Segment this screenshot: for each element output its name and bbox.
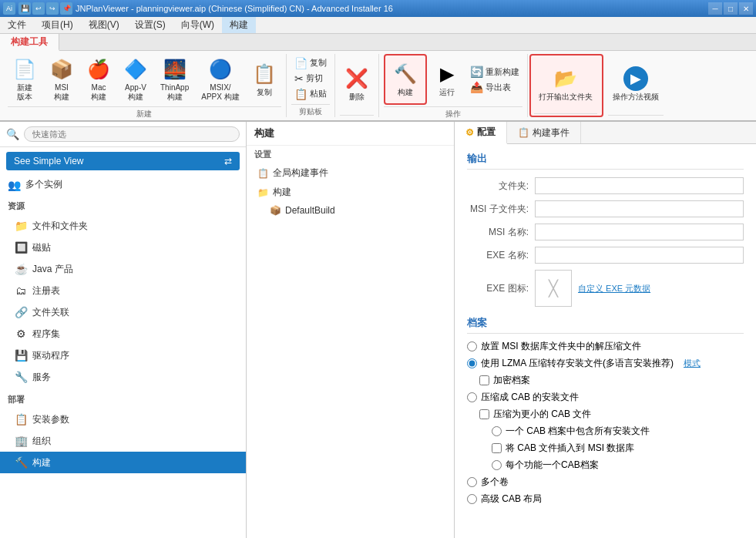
tree-item-default-build[interactable]: 📦 DefaultBuild [247,202,454,219]
folder-input[interactable] [535,177,744,194]
archive-check-4[interactable] [479,409,489,419]
archive-option-3[interactable]: 压缩成 CAB 的安装文件 [467,391,744,404]
archive-radio-9[interactable] [467,494,477,504]
archive-radio-0[interactable] [467,341,477,351]
maximize-button[interactable]: □ [724,2,738,15]
sidebar-item-assembly[interactable]: ⚙ 程序集 [0,323,246,345]
close-button[interactable]: ✕ [739,2,753,15]
menu-build[interactable]: 构建 [222,17,256,33]
menu-project[interactable]: 项目(H) [34,17,81,33]
archive-radio-3[interactable] [467,392,477,402]
ribbon-delete-content: ❌ 删除 [340,54,374,113]
undo-icon[interactable]: ↩ [32,2,45,15]
params-icon: 📋 [14,412,28,426]
minimize-button[interactable]: ─ [708,2,722,15]
delete-button[interactable]: ❌ 删除 [340,63,374,105]
exe-name-input[interactable] [535,247,744,264]
copy-button[interactable]: 📄 复制 [291,55,330,71]
mac-build-button[interactable]: 🍎 Mac构建 [82,54,116,105]
archive-option-8[interactable]: 多个卷 [467,476,744,489]
sidebar-item-java[interactable]: ☕ Java 产品 [0,258,246,280]
new-version-button[interactable]: 📄 新建版本 [8,54,42,105]
tree-item-build-folder[interactable]: 📁 构建 [247,183,454,202]
redo-icon[interactable]: ↪ [46,2,59,15]
group-video-label [608,115,664,117]
save-icon[interactable]: 💾 [18,2,31,15]
appv-build-button[interactable]: 🔷 App-V构建 [119,54,153,105]
config-tab-config[interactable]: ⚙ 配置 [455,122,507,144]
msix-button[interactable]: 🔵 MSIX/APPX 构建 [197,54,244,105]
msi-subfolder-row: MSI 子文件夹: [467,200,744,217]
ribbon-tab-build-tools[interactable]: 构建工具 [0,34,59,51]
menu-bar: 文件 项目(H) 视图(V) 设置(S) 向导(W) 构建 [0,17,756,34]
sidebar-item-driver[interactable]: 💾 驱动程序 [0,345,246,366]
simple-view-button[interactable]: See Simple View ⇄ [6,152,240,170]
custom-exe-link[interactable]: 自定义 EXE 元数据 [578,283,650,294]
archive-option-2[interactable]: 加密档案 [467,374,744,387]
delete-icon: ❌ [344,66,369,91]
archive-option-4[interactable]: 压缩为更小的 CAB 文件 [467,408,744,421]
archive-label-7: 每个功能一个CAB档案 [506,459,599,472]
actions-small-group: 🔄 重新构建 📤 导出表 [467,64,522,95]
menu-wizard[interactable]: 向导(W) [173,17,222,33]
open-folder-label: 打开输出文件夹 [539,92,593,102]
copy-build-button[interactable]: 📋 复制 [247,59,281,100]
export-button[interactable]: 📤 导出表 [467,79,522,95]
sidebar-item-files[interactable]: 📁 文件和文件夹 [0,215,246,237]
archive-radio-7[interactable] [492,460,502,470]
menu-file[interactable]: 文件 [0,17,34,33]
cut-button[interactable]: ✂ 剪切 [291,71,330,86]
archive-option-9[interactable]: 高级 CAB 布局 [467,493,744,506]
msi-subfolder-input[interactable] [535,200,744,217]
config-tabs: ⚙ 配置 📋 构建事件 [455,122,756,144]
archive-option-6[interactable]: 将 CAB 文件插入到 MSI 数据库 [467,442,744,455]
video-label: 操作方法视频 [613,92,659,102]
pin-icon[interactable]: 📌 [60,2,72,15]
copy-icon: 📄 [294,57,307,69]
config-tab-build-events[interactable]: 📋 构建事件 [507,122,581,143]
sidebar-item-build[interactable]: 🔨 构建 [0,452,246,473]
archive-check-2[interactable] [479,375,489,385]
exe-icon-row: EXE 图标: ╳ 自定义 EXE 元数据 [467,270,744,307]
exe-name-label: EXE 名称: [467,249,529,262]
msi-name-input[interactable] [535,224,744,240]
tree-section-settings: 设置 [247,146,454,163]
mode-link[interactable]: 模式 [684,358,701,369]
archive-option-0[interactable]: 放置 MSI 数据库文件夹中的解压缩文件 [467,340,744,353]
instance-icon: 👥 [8,179,21,191]
menu-view[interactable]: 视图(V) [81,17,127,33]
video-button[interactable]: ▶ 操作方法视频 [608,63,664,105]
group-open-folder-label [534,113,597,116]
global-events-label: 全局构建事件 [273,166,328,180]
archive-radio-5[interactable] [492,426,502,436]
archive-option-7[interactable]: 每个功能一个CAB档案 [467,459,744,472]
build-button[interactable]: 🔨 构建 [388,59,422,100]
run-button[interactable]: ▶ 运行 [430,59,464,100]
sidebar-item-fileassoc[interactable]: 🔗 文件关联 [0,301,246,323]
build-icon: 🔨 [393,62,418,86]
menu-settings[interactable]: 设置(S) [127,17,173,33]
instance-item[interactable]: 👥 多个实例 [0,175,246,194]
sidebar-item-registry[interactable]: 🗂 注册表 [0,280,246,301]
archive-option-5[interactable]: 一个 CAB 档案中包含所有安装文件 [467,425,744,438]
search-box: 🔍 [0,122,246,147]
sidebar-item-org[interactable]: 🏢 组织 [0,430,246,452]
msi-build-button[interactable]: 📦 MSI构建 [45,54,79,105]
sidebar-item-params[interactable]: 📋 安装参数 [0,409,246,430]
thinapp-button[interactable]: 🌉 ThinApp构建 [156,54,193,105]
sidebar-item-service[interactable]: 🔧 服务 [0,366,246,388]
archive-radio-1[interactable] [467,358,477,368]
archive-check-6[interactable] [492,443,502,453]
rebuild-button[interactable]: 🔄 重新构建 [467,64,522,79]
exe-icon-label: EXE 图标: [467,282,529,295]
appv-build-label: App-V构建 [125,83,146,102]
open-folder-button[interactable]: 📂 打开输出文件夹 [534,63,597,105]
sidebar-item-tiles[interactable]: 🔲 磁贴 [0,237,246,258]
search-input[interactable] [24,126,240,142]
archive-option-1[interactable]: 使用 LZMA 压缩转存安装文件(多语言安装推荐) 模式 [467,357,744,370]
paste-button[interactable]: 📋 粘贴 [291,86,330,102]
archive-radio-8[interactable] [467,477,477,487]
exe-icon-box[interactable]: ╳ [535,270,572,307]
title-bar-left: Ai 💾 ↩ ↪ 📌 JNPlanViewer - planningviewer… [3,2,393,15]
tree-item-global-events[interactable]: 📋 全局构建事件 [247,163,454,183]
